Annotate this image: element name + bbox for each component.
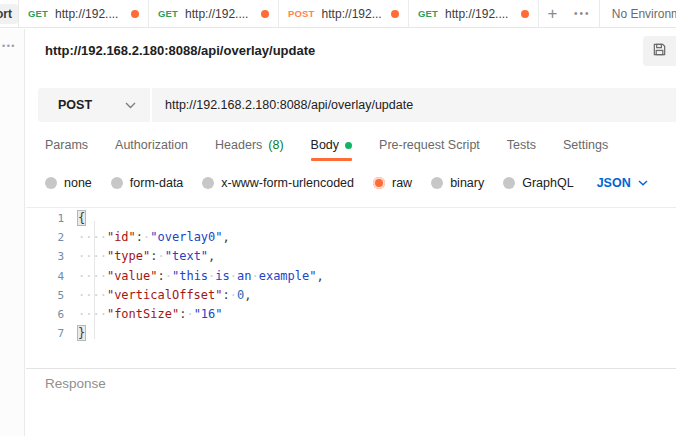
token-brc: { bbox=[78, 211, 85, 225]
radio-label: none bbox=[64, 176, 92, 190]
token-key: "verticalOffset" bbox=[107, 288, 223, 302]
collapsed-sidebar: ••• bbox=[0, 29, 25, 436]
tab-pre-request-script[interactable]: Pre-request Script bbox=[379, 138, 480, 161]
body-type-x-www-form-urlencoded[interactable]: x-www-form-urlencoded bbox=[202, 176, 354, 190]
line-number: 6 bbox=[26, 305, 78, 324]
token-ws: · bbox=[158, 249, 165, 263]
token-pun: , bbox=[223, 230, 230, 244]
radio-label: form-data bbox=[130, 176, 184, 190]
radio-icon bbox=[45, 177, 57, 189]
token-ws: · bbox=[230, 269, 237, 283]
editor-top-divider bbox=[26, 207, 676, 208]
request-tab[interactable]: POSThttp://192... bbox=[279, 0, 409, 27]
tab-headers[interactable]: Headers(8) bbox=[215, 138, 284, 161]
tab-url-label: http://192.... bbox=[185, 7, 254, 21]
token-pun: , bbox=[208, 249, 215, 263]
save-button[interactable] bbox=[643, 36, 676, 66]
method-label: POST bbox=[58, 98, 125, 112]
subtab-label: Body bbox=[311, 138, 340, 152]
subtab-label: Params bbox=[45, 138, 88, 152]
save-icon bbox=[652, 42, 667, 61]
code-line: 2····"id":·"overlay0", bbox=[26, 228, 676, 247]
chevron-down-icon bbox=[638, 180, 648, 186]
token-str: "this bbox=[172, 269, 208, 283]
code-text: ····"id":·"overlay0", bbox=[78, 228, 230, 247]
tab-settings[interactable]: Settings bbox=[563, 138, 608, 161]
tab-method-label: GET bbox=[418, 8, 438, 19]
tab-authorization[interactable]: Authorization bbox=[115, 138, 188, 161]
radio-icon bbox=[373, 177, 385, 189]
language-label: JSON bbox=[597, 176, 631, 190]
token-ws: · bbox=[230, 288, 237, 302]
sidebar-more-icon[interactable]: ••• bbox=[2, 41, 16, 51]
tab-method-label: GET bbox=[28, 8, 48, 19]
token-key: "type" bbox=[107, 249, 150, 263]
new-tab-button[interactable]: + bbox=[539, 0, 566, 27]
line-number: 2 bbox=[26, 228, 78, 247]
token-ws: ···· bbox=[78, 307, 107, 321]
token-pun: , bbox=[316, 269, 323, 283]
line-number: 1 bbox=[26, 209, 78, 228]
subtab-label: Tests bbox=[507, 138, 536, 152]
body-type-form-data[interactable]: form-data bbox=[111, 176, 184, 190]
radio-icon bbox=[111, 177, 123, 189]
radio-icon bbox=[431, 177, 443, 189]
language-dropdown[interactable]: JSON bbox=[597, 176, 648, 190]
token-ws: ···· bbox=[78, 269, 107, 283]
subtab-label: Settings bbox=[563, 138, 608, 152]
radio-icon bbox=[202, 177, 214, 189]
tab-url-label: http://192... bbox=[322, 7, 384, 21]
tab-params[interactable]: Params bbox=[45, 138, 88, 161]
request-tab[interactable]: GEThttp://192.... bbox=[19, 0, 149, 27]
subtab-label: Pre-request Script bbox=[379, 138, 480, 152]
token-ws: ···· bbox=[78, 230, 107, 244]
tab-body[interactable]: Body bbox=[311, 138, 353, 161]
line-number: 3 bbox=[26, 247, 78, 266]
token-str: "16" bbox=[194, 307, 223, 321]
request-title: http://192.168.2.180:8088/api/overlay/up… bbox=[45, 43, 315, 58]
code-line: 5····"verticalOffset":·0, bbox=[26, 286, 676, 305]
import-button-clipped[interactable]: Import bbox=[0, 0, 19, 27]
token-ws: ···· bbox=[78, 249, 107, 263]
tab-options-icon[interactable]: ••• bbox=[566, 0, 599, 27]
code-text: ····"verticalOffset":·0, bbox=[78, 286, 251, 305]
response-section-label: Response bbox=[45, 376, 106, 391]
tab-method-label: POST bbox=[288, 8, 315, 19]
request-subtabs: ParamsAuthorizationHeaders(8)BodyPre-req… bbox=[45, 138, 608, 161]
request-tabs: GEThttp://192....GEThttp://192....POSTht… bbox=[19, 0, 539, 27]
token-ws: ···· bbox=[78, 288, 107, 302]
code-line: 7} bbox=[26, 324, 676, 343]
unsaved-dot-icon bbox=[391, 10, 399, 18]
code-line: 4····"value":·"this·is·an·example", bbox=[26, 267, 676, 286]
response-divider bbox=[26, 368, 676, 369]
token-key: "value" bbox=[107, 269, 158, 283]
code-text: { bbox=[78, 209, 85, 228]
request-tab[interactable]: GEThttp://192.... bbox=[149, 0, 279, 27]
body-type-graphql[interactable]: GraphQL bbox=[503, 176, 573, 190]
token-ws: · bbox=[251, 269, 258, 283]
token-ws: · bbox=[186, 307, 193, 321]
request-tab[interactable]: GEThttp://192.... bbox=[409, 0, 539, 27]
token-str: is bbox=[215, 269, 229, 283]
body-type-binary[interactable]: binary bbox=[431, 176, 484, 190]
method-dropdown[interactable]: POST bbox=[38, 88, 150, 122]
token-str: "overlay0" bbox=[150, 230, 222, 244]
token-str: an bbox=[237, 269, 251, 283]
code-line: 6····"fontSize":·"16" bbox=[26, 305, 676, 324]
body-content-dot-icon bbox=[345, 142, 352, 149]
body-code-editor[interactable]: 1{2····"id":·"overlay0",3····"type":·"te… bbox=[26, 209, 676, 349]
subtab-label: Authorization bbox=[115, 138, 188, 152]
url-input[interactable]: http://192.168.2.180:8088/api/overlay/up… bbox=[152, 88, 676, 122]
tab-tests[interactable]: Tests bbox=[507, 138, 536, 161]
radio-label: x-www-form-urlencoded bbox=[221, 176, 354, 190]
body-type-none[interactable]: none bbox=[45, 176, 92, 190]
token-pun: , bbox=[244, 288, 251, 302]
radio-icon bbox=[503, 177, 515, 189]
body-type-raw[interactable]: raw bbox=[373, 176, 412, 190]
token-str: "text" bbox=[165, 249, 208, 263]
environment-selector[interactable]: No Environment bbox=[599, 0, 676, 27]
radio-label: GraphQL bbox=[522, 176, 573, 190]
chevron-down-icon bbox=[125, 102, 136, 109]
request-url-row: POST http://192.168.2.180:8088/api/overl… bbox=[38, 88, 676, 122]
token-str: example" bbox=[259, 269, 317, 283]
